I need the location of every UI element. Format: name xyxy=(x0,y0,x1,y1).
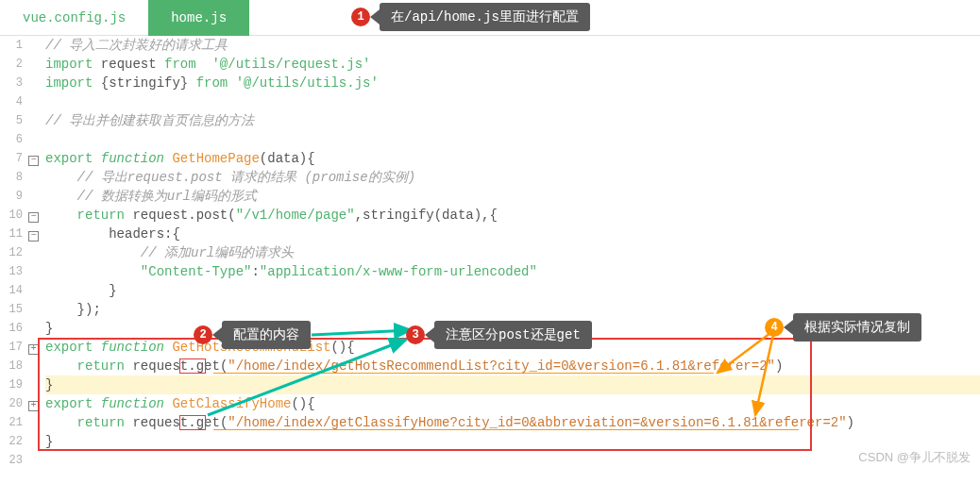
tab-vue-config[interactable]: vue.config.js xyxy=(0,0,148,36)
callout-1: 1 在/api/home.js里面进行配置 xyxy=(351,3,590,31)
callout-text-4: 根据实际情况复制 xyxy=(793,313,921,342)
callout-marker-1: 1 xyxy=(351,8,370,26)
callout-3: 3 注意区分post还是get xyxy=(406,321,592,349)
fold-icon[interactable]: + xyxy=(28,401,39,411)
callout-text-3: 注意区分post还是get xyxy=(434,321,592,349)
callout-marker-4: 4 xyxy=(765,318,784,337)
callout-arrow-icon xyxy=(784,320,793,335)
callout-arrow-icon xyxy=(425,327,434,342)
watermark: CSDN @争儿不脱发 xyxy=(858,449,971,466)
callout-marker-3: 3 xyxy=(406,325,425,344)
callout-arrow-icon xyxy=(212,327,222,342)
code-content[interactable]: // 导入二次封装好的请求工具 import request from '@/u… xyxy=(42,36,980,470)
fold-gutter: − − − + + xyxy=(28,36,42,470)
fold-icon[interactable]: − xyxy=(28,212,39,223)
callout-4: 4 根据实际情况复制 xyxy=(765,313,921,342)
callout-arrow-icon xyxy=(370,9,380,25)
callout-marker-2: 2 xyxy=(194,325,212,344)
fold-icon[interactable]: − xyxy=(28,156,39,166)
fold-icon[interactable]: − xyxy=(28,231,39,242)
callout-2: 2 配置的内容 xyxy=(194,321,311,349)
callout-text-2: 配置的内容 xyxy=(222,321,311,349)
code-editor[interactable]: 1234567891011121314151617181920212223 − … xyxy=(0,36,980,470)
tab-home-js[interactable]: home.js xyxy=(148,0,249,36)
fold-icon[interactable]: + xyxy=(28,344,39,355)
callout-text-1: 在/api/home.js里面进行配置 xyxy=(380,3,590,31)
line-gutter: 1234567891011121314151617181920212223 xyxy=(0,36,28,470)
